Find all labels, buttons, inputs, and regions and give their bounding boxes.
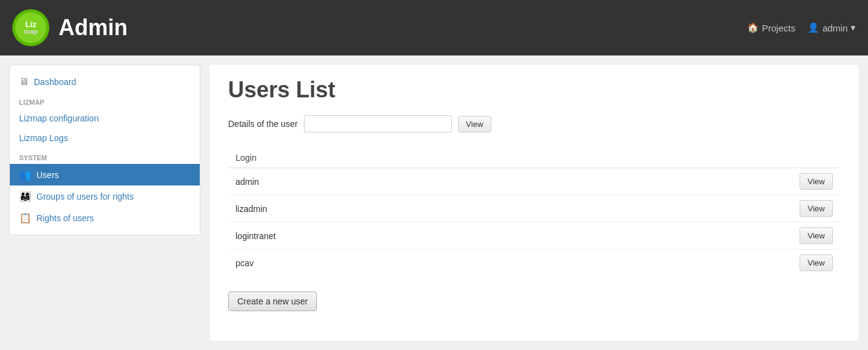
users-table: Login adminViewlizadminViewlogintranetVi… bbox=[228, 148, 840, 276]
sidebar-label-users: Users bbox=[36, 170, 59, 180]
logo-lizmap: Liz map bbox=[24, 20, 38, 35]
details-view-button[interactable]: View bbox=[458, 116, 491, 132]
user-login: admin bbox=[228, 168, 555, 195]
projects-link[interactable]: 🏠 Projects bbox=[747, 22, 795, 33]
main-layout: 🖥 Dashboard LIZMAP Lizmap configuration … bbox=[0, 55, 868, 350]
dashboard-label: Dashboard bbox=[34, 77, 76, 87]
sidebar-label-lizmap-config: Lizmap configuration bbox=[19, 113, 99, 123]
sidebar-section-system: SYSTEM bbox=[10, 148, 200, 164]
home-icon: 🏠 bbox=[747, 22, 759, 33]
table-header-action bbox=[555, 148, 840, 168]
details-label: Details of the user bbox=[228, 119, 298, 129]
users-icon: 👥 bbox=[19, 169, 31, 181]
sidebar-label-lizmap-logs: Lizmap Logs bbox=[19, 133, 68, 143]
create-user-button[interactable]: Create a new user bbox=[228, 291, 317, 311]
logo-inner: Liz map bbox=[15, 12, 46, 43]
user-icon: 👤 bbox=[808, 22, 819, 33]
table-row: logintranetView bbox=[228, 222, 840, 250]
table-row: lizadminView bbox=[228, 195, 840, 222]
sidebar-item-rights[interactable]: 📋 Rights of users bbox=[10, 207, 200, 229]
header-nav: 🏠 Projects 👤 admin ▾ bbox=[747, 22, 856, 33]
dashboard-icon: 🖥 bbox=[19, 76, 29, 88]
page-title: Users List bbox=[228, 77, 840, 103]
admin-label: admin bbox=[822, 23, 848, 33]
sidebar-item-lizmap-config[interactable]: Lizmap configuration bbox=[10, 108, 200, 128]
sidebar: 🖥 Dashboard LIZMAP Lizmap configuration … bbox=[9, 65, 200, 235]
user-login: pcav bbox=[228, 250, 555, 277]
sidebar-label-groups: Groups of users for rights bbox=[36, 192, 134, 201]
table-row: pcavView bbox=[228, 250, 840, 277]
admin-dropdown[interactable]: 👤 admin ▾ bbox=[808, 22, 856, 33]
user-view-button[interactable]: View bbox=[800, 227, 833, 244]
rights-icon: 📋 bbox=[19, 212, 31, 224]
sidebar-item-dashboard[interactable]: 🖥 Dashboard bbox=[10, 71, 200, 92]
logo[interactable]: Liz map bbox=[12, 9, 49, 46]
projects-label: Projects bbox=[762, 23, 795, 33]
sidebar-item-lizmap-logs[interactable]: Lizmap Logs bbox=[10, 128, 200, 148]
sidebar-item-users[interactable]: 👥 Users bbox=[10, 164, 200, 185]
sidebar-item-groups[interactable]: 👨‍👩‍👧 Groups of users for rights bbox=[10, 185, 200, 207]
sidebar-section-lizmap: LIZMAP bbox=[10, 92, 200, 108]
user-view-button[interactable]: View bbox=[800, 200, 833, 217]
header-title: Admin bbox=[59, 15, 128, 41]
chevron-down-icon: ▾ bbox=[851, 22, 856, 33]
details-row: Details of the user View bbox=[228, 115, 840, 132]
details-input[interactable] bbox=[304, 115, 452, 132]
table-header-login: Login bbox=[228, 148, 555, 168]
user-login: lizadmin bbox=[228, 195, 555, 222]
content-area: Users List Details of the user View Logi… bbox=[210, 65, 859, 341]
groups-icon: 👨‍👩‍👧 bbox=[19, 190, 31, 202]
user-view-button[interactable]: View bbox=[800, 173, 833, 190]
header: Liz map Admin 🏠 Projects 👤 admin ▾ bbox=[0, 0, 868, 55]
user-view-button[interactable]: View bbox=[800, 254, 833, 271]
sidebar-label-rights: Rights of users bbox=[36, 213, 94, 223]
table-row: adminView bbox=[228, 168, 840, 195]
logo-map: map bbox=[24, 28, 38, 35]
user-login: logintranet bbox=[228, 222, 555, 250]
